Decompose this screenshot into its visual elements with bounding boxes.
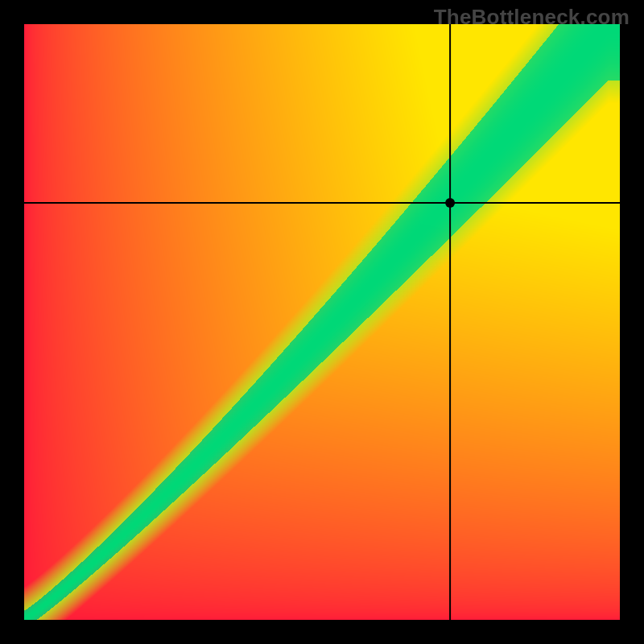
watermark-text: TheBottleneck.com	[434, 5, 630, 30]
bottleneck-heatmap	[0, 0, 644, 644]
chart-container: TheBottleneck.com	[0, 0, 644, 644]
